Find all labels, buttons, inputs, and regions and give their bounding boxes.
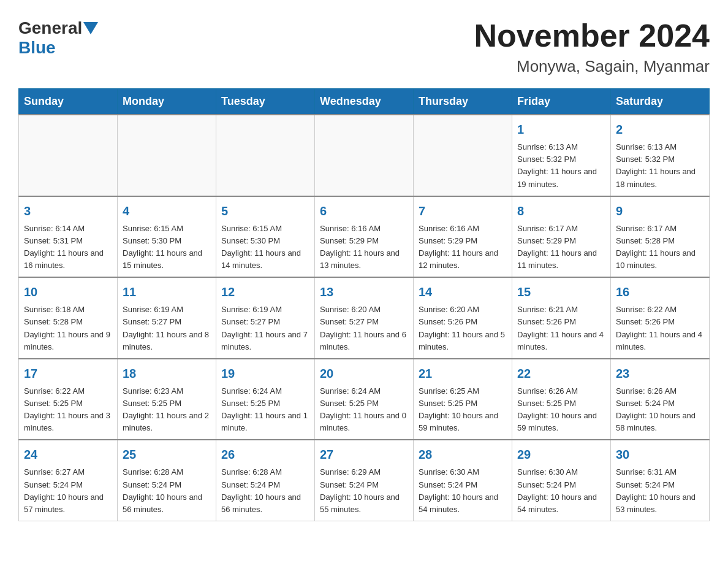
calendar-cell: 12Sunrise: 6:19 AM Sunset: 5:27 PM Dayli…	[216, 277, 315, 359]
day-number: 5	[221, 202, 309, 220]
location-title: Monywa, Sagain, Myanmar	[474, 57, 710, 76]
day-number: 21	[419, 364, 507, 383]
week-row-3: 10Sunrise: 6:18 AM Sunset: 5:28 PM Dayli…	[19, 277, 710, 359]
day-number: 24	[24, 445, 112, 464]
calendar-cell: 22Sunrise: 6:26 AM Sunset: 5:25 PM Dayli…	[512, 359, 611, 440]
calendar-cell: 6Sunrise: 6:16 AM Sunset: 5:29 PM Daylig…	[315, 196, 414, 278]
logo: General Blue	[18, 18, 99, 58]
day-number: 20	[320, 364, 408, 383]
day-info: Sunrise: 6:19 AM Sunset: 5:27 PM Dayligh…	[221, 304, 309, 353]
day-info: Sunrise: 6:30 AM Sunset: 5:24 PM Dayligh…	[419, 466, 507, 516]
day-number: 2	[616, 120, 704, 139]
calendar-cell	[315, 115, 414, 196]
title-area: November 2024 Monywa, Sagain, Myanmar	[474, 18, 710, 76]
day-info: Sunrise: 6:21 AM Sunset: 5:26 PM Dayligh…	[517, 304, 605, 353]
day-info: Sunrise: 6:13 AM Sunset: 5:32 PM Dayligh…	[517, 141, 605, 191]
day-info: Sunrise: 6:22 AM Sunset: 5:25 PM Dayligh…	[24, 385, 112, 435]
calendar-cell	[216, 115, 315, 196]
day-info: Sunrise: 6:31 AM Sunset: 5:24 PM Dayligh…	[616, 466, 704, 516]
logo-general-text: General	[18, 18, 82, 38]
day-info: Sunrise: 6:16 AM Sunset: 5:29 PM Dayligh…	[419, 223, 507, 272]
day-info: Sunrise: 6:26 AM Sunset: 5:24 PM Dayligh…	[616, 385, 704, 435]
calendar-cell: 2Sunrise: 6:13 AM Sunset: 5:32 PM Daylig…	[611, 115, 710, 196]
day-info: Sunrise: 6:15 AM Sunset: 5:30 PM Dayligh…	[123, 223, 211, 272]
calendar-cell: 8Sunrise: 6:17 AM Sunset: 5:29 PM Daylig…	[512, 196, 611, 278]
day-number: 13	[320, 283, 408, 301]
calendar: SundayMondayTuesdayWednesdayThursdayFrid…	[18, 88, 710, 521]
day-number: 25	[123, 445, 211, 464]
day-number: 4	[123, 202, 211, 220]
day-number: 29	[517, 445, 605, 464]
logo-triangle-icon	[83, 22, 98, 34]
day-info: Sunrise: 6:25 AM Sunset: 5:25 PM Dayligh…	[419, 385, 507, 435]
calendar-cell: 30Sunrise: 6:31 AM Sunset: 5:24 PM Dayli…	[611, 440, 710, 521]
weekday-header-sunday: Sunday	[19, 89, 118, 115]
day-number: 1	[517, 120, 605, 139]
day-info: Sunrise: 6:20 AM Sunset: 5:27 PM Dayligh…	[320, 304, 408, 353]
weekday-header-wednesday: Wednesday	[315, 89, 414, 115]
calendar-cell: 7Sunrise: 6:16 AM Sunset: 5:29 PM Daylig…	[414, 196, 512, 278]
day-number: 14	[419, 283, 507, 301]
day-number: 30	[616, 445, 704, 464]
day-info: Sunrise: 6:16 AM Sunset: 5:29 PM Dayligh…	[320, 223, 408, 272]
calendar-cell: 20Sunrise: 6:24 AM Sunset: 5:25 PM Dayli…	[315, 359, 414, 440]
day-number: 17	[24, 364, 112, 383]
calendar-cell: 18Sunrise: 6:23 AM Sunset: 5:25 PM Dayli…	[118, 359, 216, 440]
calendar-cell: 27Sunrise: 6:29 AM Sunset: 5:24 PM Dayli…	[315, 440, 414, 521]
header: General Blue November 2024 Monywa, Sagai…	[18, 18, 710, 76]
day-number: 16	[616, 283, 704, 301]
day-number: 15	[517, 283, 605, 301]
weekday-header-tuesday: Tuesday	[216, 89, 315, 115]
day-info: Sunrise: 6:18 AM Sunset: 5:28 PM Dayligh…	[24, 304, 112, 353]
day-info: Sunrise: 6:28 AM Sunset: 5:24 PM Dayligh…	[221, 466, 309, 516]
day-number: 18	[123, 364, 211, 383]
day-number: 28	[419, 445, 507, 464]
day-number: 11	[123, 283, 211, 301]
calendar-cell: 15Sunrise: 6:21 AM Sunset: 5:26 PM Dayli…	[512, 277, 611, 359]
calendar-cell: 9Sunrise: 6:17 AM Sunset: 5:28 PM Daylig…	[611, 196, 710, 278]
calendar-cell: 1Sunrise: 6:13 AM Sunset: 5:32 PM Daylig…	[512, 115, 611, 196]
day-info: Sunrise: 6:15 AM Sunset: 5:30 PM Dayligh…	[221, 223, 309, 272]
day-number: 7	[419, 202, 507, 220]
day-info: Sunrise: 6:14 AM Sunset: 5:31 PM Dayligh…	[24, 223, 112, 272]
calendar-cell	[118, 115, 216, 196]
calendar-cell: 14Sunrise: 6:20 AM Sunset: 5:26 PM Dayli…	[414, 277, 512, 359]
weekday-header-monday: Monday	[118, 89, 216, 115]
weekday-header-thursday: Thursday	[414, 89, 512, 115]
calendar-cell: 13Sunrise: 6:20 AM Sunset: 5:27 PM Dayli…	[315, 277, 414, 359]
day-info: Sunrise: 6:26 AM Sunset: 5:25 PM Dayligh…	[517, 385, 605, 435]
day-number: 6	[320, 202, 408, 220]
day-number: 10	[24, 283, 112, 301]
day-info: Sunrise: 6:17 AM Sunset: 5:29 PM Dayligh…	[517, 223, 605, 272]
day-info: Sunrise: 6:24 AM Sunset: 5:25 PM Dayligh…	[221, 385, 309, 435]
day-info: Sunrise: 6:22 AM Sunset: 5:26 PM Dayligh…	[616, 304, 704, 353]
week-row-4: 17Sunrise: 6:22 AM Sunset: 5:25 PM Dayli…	[19, 359, 710, 440]
calendar-cell: 26Sunrise: 6:28 AM Sunset: 5:24 PM Dayli…	[216, 440, 315, 521]
week-row-2: 3Sunrise: 6:14 AM Sunset: 5:31 PM Daylig…	[19, 196, 710, 278]
calendar-cell	[19, 115, 118, 196]
calendar-cell: 17Sunrise: 6:22 AM Sunset: 5:25 PM Dayli…	[19, 359, 118, 440]
logo-blue-text: Blue	[18, 38, 56, 57]
calendar-header-row: SundayMondayTuesdayWednesdayThursdayFrid…	[19, 89, 710, 115]
day-info: Sunrise: 6:30 AM Sunset: 5:24 PM Dayligh…	[517, 466, 605, 516]
calendar-cell: 24Sunrise: 6:27 AM Sunset: 5:24 PM Dayli…	[19, 440, 118, 521]
day-info: Sunrise: 6:24 AM Sunset: 5:25 PM Dayligh…	[320, 385, 408, 435]
calendar-cell: 11Sunrise: 6:19 AM Sunset: 5:27 PM Dayli…	[118, 277, 216, 359]
day-number: 27	[320, 445, 408, 464]
calendar-cell: 29Sunrise: 6:30 AM Sunset: 5:24 PM Dayli…	[512, 440, 611, 521]
day-number: 8	[517, 202, 605, 220]
calendar-cell: 19Sunrise: 6:24 AM Sunset: 5:25 PM Dayli…	[216, 359, 315, 440]
day-info: Sunrise: 6:29 AM Sunset: 5:24 PM Dayligh…	[320, 466, 408, 516]
calendar-cell: 21Sunrise: 6:25 AM Sunset: 5:25 PM Dayli…	[414, 359, 512, 440]
weekday-header-friday: Friday	[512, 89, 611, 115]
day-info: Sunrise: 6:19 AM Sunset: 5:27 PM Dayligh…	[123, 304, 211, 353]
day-info: Sunrise: 6:28 AM Sunset: 5:24 PM Dayligh…	[123, 466, 211, 516]
day-number: 22	[517, 364, 605, 383]
week-row-5: 24Sunrise: 6:27 AM Sunset: 5:24 PM Dayli…	[19, 440, 710, 521]
calendar-cell	[414, 115, 512, 196]
calendar-cell: 3Sunrise: 6:14 AM Sunset: 5:31 PM Daylig…	[19, 196, 118, 278]
calendar-cell: 23Sunrise: 6:26 AM Sunset: 5:24 PM Dayli…	[611, 359, 710, 440]
day-number: 26	[221, 445, 309, 464]
calendar-cell: 25Sunrise: 6:28 AM Sunset: 5:24 PM Dayli…	[118, 440, 216, 521]
day-info: Sunrise: 6:23 AM Sunset: 5:25 PM Dayligh…	[123, 385, 211, 435]
